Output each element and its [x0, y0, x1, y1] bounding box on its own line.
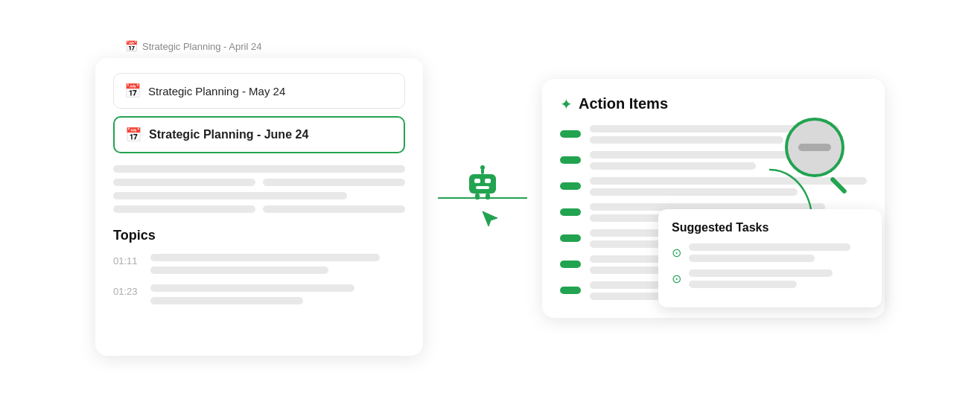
a-skel-5 [590, 177, 867, 185]
svg-point-2 [480, 165, 485, 170]
t-skel-2 [150, 266, 328, 274]
magnifier-wrap [785, 118, 844, 177]
task-skels-2 [689, 269, 868, 288]
check-icon-1: ⊙ [672, 246, 681, 260]
robot-icon [462, 164, 503, 205]
suggested-task-row-1: ⊙ [672, 243, 868, 262]
topic-row-2: 01:23 [113, 284, 405, 304]
skel-4 [113, 192, 347, 199]
action-bar-4 [560, 208, 581, 216]
skel-5 [113, 205, 255, 213]
magnifier-inner [798, 144, 831, 151]
calendar-icon-april: 📅 [125, 40, 138, 52]
right-card: ✦ Action Items [542, 79, 885, 318]
cursor-icon [480, 208, 500, 229]
connector [423, 164, 542, 232]
t-skel-1 [150, 254, 380, 261]
robot-icon-wrap [462, 164, 503, 232]
skel-row-2 [113, 205, 405, 213]
a-skel-6 [590, 188, 798, 196]
april-label-text: Strategic Planning - April 24 [142, 41, 261, 52]
left-card: 📅 Strategic Planning - May 24 📅 Strategi… [95, 58, 423, 356]
topic-time-2: 01:23 [113, 286, 140, 297]
right-section: ✦ Action Items [542, 79, 885, 318]
action-bar-2 [560, 156, 581, 164]
suggested-task-row-2: ⊙ [672, 269, 868, 288]
svg-rect-3 [474, 179, 480, 183]
action-bar-3 [560, 182, 581, 190]
check-icon-2: ⊙ [672, 272, 681, 286]
skel-row-1 [113, 179, 405, 186]
may-meeting-label: Strategic Planning - May 24 [148, 85, 285, 98]
calendar-icon-june: 📅 [125, 127, 141, 143]
task-skels-1 [689, 243, 868, 262]
action-bar-6 [560, 261, 581, 268]
skel-3 [263, 179, 405, 186]
ts-skel-4 [689, 281, 797, 288]
main-container: 📅 Strategic Planning - April 24 📅 Strate… [43, 40, 937, 356]
svg-rect-5 [476, 186, 489, 189]
ts-skel-1 [689, 243, 850, 251]
action-items-title: Action Items [579, 95, 668, 112]
skeleton-lines-top [113, 165, 405, 213]
topic-skels-2 [150, 284, 405, 304]
topic-skels-1 [150, 254, 405, 274]
skel-1 [113, 165, 405, 173]
a-skel-3 [590, 151, 812, 159]
action-bar-7 [560, 287, 581, 294]
calendar-icon-may: 📅 [124, 83, 141, 99]
ts-skel-3 [689, 269, 833, 277]
magnifier-circle [785, 118, 844, 177]
suggested-tasks-card: Suggested Tasks ⊙ ⊙ [658, 209, 882, 307]
topic-row-1: 01:11 [113, 254, 405, 274]
june-meeting-item[interactable]: 📅 Strategic Planning - June 24 [113, 116, 405, 153]
left-section: 📅 Strategic Planning - April 24 📅 Strate… [95, 40, 423, 356]
a-skel-2 [590, 136, 783, 144]
action-list: Suggested Tasks ⊙ ⊙ [560, 125, 867, 300]
action-items-header: ✦ Action Items [560, 95, 867, 113]
cursor-wrap [480, 208, 500, 232]
skel-6 [263, 205, 405, 213]
topics-title: Topics [113, 228, 405, 243]
t-skel-4 [150, 297, 303, 304]
topic-time-1: 01:11 [113, 255, 140, 266]
svg-rect-7 [486, 194, 490, 199]
svg-rect-0 [469, 174, 496, 194]
april-label: 📅 Strategic Planning - April 24 [125, 40, 261, 52]
topics-section: Topics 01:11 01:23 [113, 228, 405, 304]
action-bar-1 [560, 130, 581, 138]
t-skel-3 [150, 284, 354, 292]
svg-rect-4 [485, 179, 491, 183]
sparkle-icon: ✦ [560, 95, 573, 113]
june-meeting-label: Strategic Planning - June 24 [149, 128, 308, 141]
action-row-3 [560, 177, 867, 196]
action-bar-5 [560, 234, 581, 242]
ts-skel-2 [689, 255, 815, 262]
svg-rect-6 [475, 194, 480, 199]
suggested-tasks-title: Suggested Tasks [672, 221, 868, 234]
skel-2 [113, 179, 255, 186]
may-meeting-item[interactable]: 📅 Strategic Planning - May 24 [113, 73, 405, 109]
action-skels-3 [590, 177, 867, 196]
a-skel-4 [590, 162, 756, 170]
